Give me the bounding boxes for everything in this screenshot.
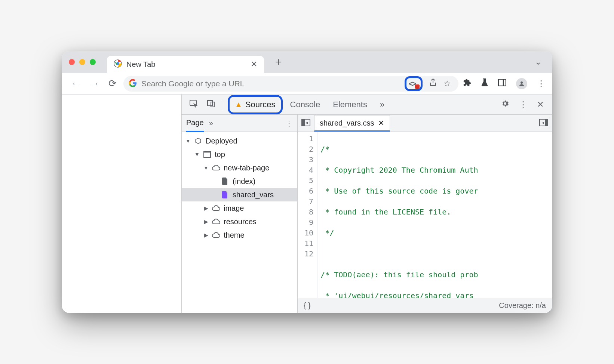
tabs-overflow[interactable]: »	[375, 97, 390, 112]
tree-label: resources	[224, 218, 257, 226]
share-icon[interactable]	[429, 78, 437, 89]
omnibox-input[interactable]	[141, 79, 400, 88]
source-file-tab[interactable]: shared_vars.css ✕	[314, 115, 390, 132]
content-area: ▲ Sources Console Elements » ⋮ ✕ Page	[62, 95, 552, 313]
tree-node-deployed[interactable]: ▼ Deployed	[182, 134, 297, 148]
tree-label: Deployed	[206, 137, 237, 145]
browser-window: New Tab ✕ + ⌄ ← → ⟳ <>	[62, 51, 552, 313]
navigator-tabs: Page » ⋮	[182, 115, 297, 132]
cloud-icon	[212, 219, 221, 225]
profile-avatar-icon[interactable]	[516, 78, 527, 89]
navigator-kebab-icon[interactable]: ⋮	[285, 119, 293, 128]
svg-point-4	[521, 81, 523, 84]
page-viewport	[62, 95, 182, 313]
tab-sources-highlight[interactable]: ▲ Sources	[228, 95, 283, 114]
devtools-body: Page » ⋮ ▼ Deployed	[182, 115, 552, 313]
tree-node-theme[interactable]: ▶ theme	[182, 228, 297, 242]
window-maximize-button[interactable]	[90, 59, 96, 65]
tree-label: new-tab-page	[224, 164, 269, 172]
tree-label: shared_vars	[233, 191, 274, 199]
tree-node-new-tab-page[interactable]: ▼ new-tab-page	[182, 161, 297, 175]
code-content: /* * Copyright 2020 The Chromium Auth * …	[317, 132, 552, 298]
forward-button[interactable]: →	[88, 78, 102, 89]
google-icon	[129, 79, 137, 89]
source-tabs: ◂ shared_vars.css ✕ ◂	[298, 115, 552, 132]
toggle-debugger-icon[interactable]: ◂	[539, 119, 548, 128]
devtools-panel: ▲ Sources Console Elements » ⋮ ✕ Page	[182, 95, 552, 313]
svg-rect-2	[498, 79, 506, 86]
disclosure-triangle-icon[interactable]: ▶	[203, 205, 209, 211]
tree-label: (index)	[233, 177, 255, 186]
window-close-button[interactable]	[69, 59, 75, 65]
chrome-icon	[114, 59, 122, 69]
tree-node-index[interactable]: (index)	[182, 175, 297, 188]
traffic-lights	[69, 59, 96, 65]
pretty-print-icon[interactable]: { }	[304, 301, 311, 310]
omnibox-actions: <> ☆	[405, 76, 451, 91]
navigator-tab-page[interactable]: Page	[186, 115, 204, 132]
deployed-icon	[194, 137, 203, 145]
tree-label: image	[224, 204, 244, 213]
titlebar: New Tab ✕ + ⌄	[62, 51, 552, 73]
cloud-icon	[212, 205, 221, 211]
tree-label: top	[215, 150, 225, 159]
tab-close-icon[interactable]: ✕	[251, 59, 257, 69]
separator	[223, 99, 223, 110]
tree-node-image[interactable]: ▶ image	[182, 201, 297, 215]
file-tree: ▼ Deployed ▼ top	[182, 132, 297, 313]
toolbar: ← → ⟳ <> ☆	[62, 73, 552, 95]
browser-tab[interactable]: New Tab ✕	[107, 56, 264, 73]
tree-node-resources[interactable]: ▶ resources	[182, 215, 297, 228]
line-gutter: 1 2 3 4 5 6 7 8 9 10 11 12	[298, 132, 317, 298]
coverage-status: Coverage: n/a	[499, 301, 546, 310]
css-file-icon	[221, 191, 230, 198]
labs-icon[interactable]	[481, 78, 488, 89]
bookmark-star-icon[interactable]: ☆	[443, 79, 451, 89]
tab-title: New Tab	[126, 60, 246, 69]
device-toggle-icon[interactable]	[203, 99, 218, 110]
disclosure-triangle-icon[interactable]: ▶	[203, 232, 209, 238]
extensions-icon[interactable]	[463, 78, 471, 89]
devtools-kebab-icon[interactable]: ⋮	[515, 100, 531, 109]
toolbar-icons: ⋮	[463, 78, 545, 89]
omnibox[interactable]: <> ☆	[123, 76, 458, 92]
source-viewer: ◂ shared_vars.css ✕ ◂ 1 2 3 4 5 6 7 8 9 …	[298, 115, 552, 313]
disclosure-triangle-icon[interactable]: ▼	[203, 165, 209, 171]
svg-rect-8	[204, 151, 211, 157]
window-minimize-button[interactable]	[79, 59, 85, 65]
tree-node-top[interactable]: ▼ top	[182, 148, 297, 161]
tab-sources-label: Sources	[245, 100, 276, 109]
tab-elements[interactable]: Elements	[328, 97, 372, 112]
sources-navigator: Page » ⋮ ▼ Deployed	[182, 115, 298, 313]
back-button[interactable]: ←	[69, 78, 83, 89]
toggle-navigator-icon[interactable]: ◂	[301, 119, 310, 128]
devtools-indicator-highlight: <>	[405, 76, 423, 91]
devtools-error-icon[interactable]: <>	[409, 80, 418, 88]
disclosure-triangle-icon[interactable]: ▼	[194, 151, 200, 157]
cloud-icon	[212, 232, 221, 238]
reload-button[interactable]: ⟳	[106, 78, 119, 89]
navigator-tabs-overflow[interactable]: »	[209, 119, 213, 127]
warning-icon: ▲	[235, 100, 242, 109]
frame-icon	[203, 151, 212, 158]
tree-label: theme	[224, 231, 245, 240]
svg-rect-6	[208, 101, 212, 106]
cloud-icon	[212, 165, 221, 171]
kebab-menu-icon[interactable]: ⋮	[537, 79, 545, 89]
source-statusbar: { } Coverage: n/a	[298, 298, 552, 313]
file-icon	[221, 178, 230, 185]
new-tab-button[interactable]: +	[275, 56, 282, 68]
inspect-element-icon[interactable]	[186, 99, 201, 110]
source-code[interactable]: 1 2 3 4 5 6 7 8 9 10 11 12 /* * Copyrigh…	[298, 132, 552, 298]
disclosure-triangle-icon[interactable]: ▶	[203, 219, 209, 225]
settings-gear-icon[interactable]	[497, 99, 513, 110]
source-file-name: shared_vars.css	[320, 119, 374, 127]
source-tab-close-icon[interactable]: ✕	[378, 118, 384, 127]
tab-dropdown-icon[interactable]: ⌄	[535, 57, 541, 67]
sidepanel-icon[interactable]	[498, 79, 506, 89]
tree-node-shared-vars[interactable]: shared_vars	[182, 188, 297, 201]
devtools-close-icon[interactable]: ✕	[533, 100, 547, 109]
disclosure-triangle-icon[interactable]: ▼	[185, 138, 191, 144]
devtools-tabbar: ▲ Sources Console Elements » ⋮ ✕	[182, 95, 552, 115]
tab-console[interactable]: Console	[285, 97, 326, 112]
